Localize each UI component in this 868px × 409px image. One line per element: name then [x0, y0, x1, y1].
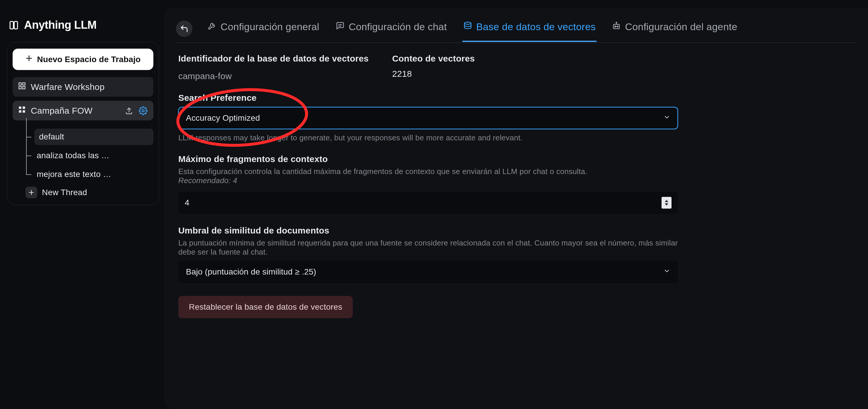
brand: Anything LLM	[7, 12, 159, 42]
tab-label: Configuración general	[220, 21, 319, 33]
thread-row[interactable]: mejora este texto …	[23, 165, 153, 184]
workspace-item-active[interactable]: Campaña FOW	[12, 101, 153, 121]
grid-icon	[18, 105, 26, 116]
svg-rect-0	[10, 22, 13, 29]
step-down-icon	[665, 203, 668, 206]
reset-vector-db-label: Restablecer la base de datos de vectores	[189, 302, 342, 311]
back-button[interactable]	[176, 21, 192, 37]
new-workspace-button[interactable]: Nuevo Espacio de Trabajo	[12, 48, 153, 70]
vector-identifier-value: campana-fow	[178, 71, 369, 81]
vector-info-row: Identificador de la base de datos de vec…	[178, 54, 678, 81]
similarity-select[interactable]: Bajo (puntuación de similitud ≥ .25)	[178, 261, 678, 283]
svg-rect-7	[23, 87, 25, 89]
new-workspace-label: Nuevo Espacio de Trabajo	[37, 55, 141, 64]
tabs: Configuración general Configuración de c…	[176, 16, 856, 43]
logo-icon	[9, 20, 19, 30]
max-fragments-desc-text: Esta configuración controla la cantidad …	[178, 167, 587, 176]
robot-icon	[612, 21, 621, 33]
tab-vector-database[interactable]: Base de datos de vectores	[462, 16, 597, 41]
sidebar-card: Nuevo Espacio de Trabajo Warfare Worksho…	[7, 42, 159, 205]
workspace-item[interactable]: Warfare Workshop	[12, 77, 153, 97]
svg-rect-1	[14, 22, 17, 29]
tab-agent[interactable]: Configuración del agente	[611, 16, 738, 41]
select-value: Bajo (puntuación de similitud ≥ .25)	[186, 267, 316, 277]
svg-rect-19	[614, 24, 619, 29]
max-fragments-input[interactable]: 4	[178, 192, 678, 214]
svg-rect-8	[19, 107, 22, 109]
similarity-label: Umbral de similitud de documentos	[178, 226, 678, 236]
database-icon	[463, 21, 472, 33]
svg-rect-4	[19, 83, 22, 85]
search-preference-section: Search Preference Accuracy Optimized LLM…	[178, 93, 678, 142]
grid-icon	[18, 82, 26, 92]
similarity-desc: La puntuación mínima de similitud requer…	[178, 238, 678, 257]
chevron-down-icon	[663, 267, 670, 277]
max-fragments-section: Máximo de fragmentos de contexto Esta co…	[178, 154, 678, 214]
wrench-icon	[208, 21, 216, 33]
svg-rect-10	[19, 110, 22, 112]
tab-general[interactable]: Configuración general	[207, 16, 320, 41]
svg-rect-11	[23, 110, 25, 112]
max-fragments-recommended: Recomendado: 4	[178, 176, 237, 185]
chat-icon	[336, 21, 345, 33]
main-panel: Configuración general Configuración de c…	[164, 8, 868, 409]
new-thread-button[interactable]: New Thread	[23, 186, 153, 198]
chevron-down-icon	[663, 113, 670, 123]
workspace-name: Campaña FOW	[31, 106, 119, 116]
similarity-section: Umbral de similitud de documentos La pun…	[178, 226, 678, 283]
sidebar: Anything LLM Nuevo Espacio de Trabajo Wa…	[0, 0, 164, 409]
workspace-list: Warfare Workshop Campaña FOW	[12, 77, 153, 198]
vector-identifier-label: Identificador de la base de datos de vec…	[178, 54, 369, 64]
thread-row[interactable]: default	[23, 128, 153, 146]
select-value: Accuracy Optimized	[186, 113, 260, 123]
number-stepper[interactable]	[661, 197, 672, 209]
workspace-actions	[124, 106, 148, 116]
content: Identificador de la base de datos de vec…	[176, 43, 680, 318]
thread-row[interactable]: analiza todas las …	[23, 146, 153, 165]
thread-item[interactable]: default	[34, 129, 153, 145]
vector-count-label: Conteo de vectores	[392, 54, 475, 64]
input-value: 4	[185, 198, 189, 207]
svg-rect-5	[23, 83, 25, 85]
plus-icon	[26, 186, 37, 198]
tab-label: Base de datos de vectores	[476, 21, 596, 33]
svg-rect-6	[19, 87, 22, 89]
vector-identifier-block: Identificador de la base de datos de vec…	[178, 54, 369, 81]
svg-point-21	[617, 26, 618, 27]
plus-icon	[25, 55, 33, 64]
step-up-icon	[665, 200, 668, 202]
workspace-name: Warfare Workshop	[31, 82, 148, 92]
svg-point-20	[615, 26, 616, 27]
gear-icon[interactable]	[138, 106, 148, 116]
brand-title: Anything LLM	[24, 19, 96, 31]
reset-vector-db-button[interactable]: Restablecer la base de datos de vectores	[178, 296, 353, 318]
thread-item[interactable]: analiza todas las …	[34, 148, 153, 163]
svg-rect-9	[23, 107, 25, 109]
tab-label: Configuración del agente	[625, 21, 737, 33]
upload-icon[interactable]	[124, 106, 134, 116]
vector-count-block: Conteo de vectores 2218	[392, 54, 475, 81]
max-fragments-desc: Esta configuración controla la cantidad …	[178, 167, 678, 185]
new-thread-label: New Thread	[42, 188, 87, 197]
svg-point-18	[465, 22, 471, 25]
tab-chat[interactable]: Configuración de chat	[335, 16, 448, 41]
tab-label: Configuración de chat	[349, 21, 447, 33]
thread-item[interactable]: mejora este texto …	[34, 167, 153, 181]
max-fragments-label: Máximo de fragmentos de contexto	[178, 154, 678, 164]
search-preference-label: Search Preference	[178, 93, 678, 103]
vector-count-value: 2218	[392, 69, 475, 79]
search-preference-select[interactable]: Accuracy Optimized	[178, 107, 678, 129]
thread-list: default analiza todas las … mejora este …	[23, 128, 153, 198]
svg-point-23	[616, 22, 617, 23]
search-preference-helper: LLM responses may take longer to generat…	[178, 133, 678, 142]
svg-point-13	[142, 110, 144, 112]
